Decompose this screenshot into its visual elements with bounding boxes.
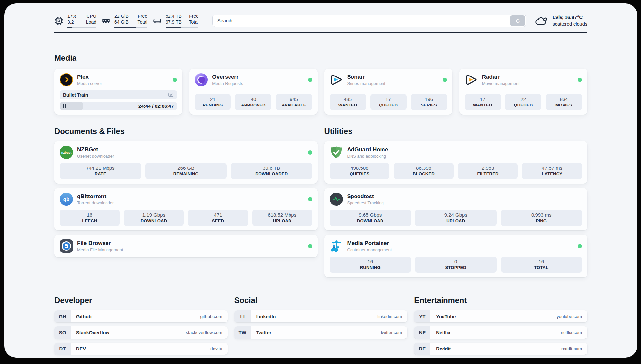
stat-tile: 16TOTAL [501,257,582,273]
header-divider [54,32,587,33]
radarr-icon [465,73,478,86]
app-card-plex[interactable]: Plex Media server Bullet Train [54,69,182,115]
stat-tile: 945AVAILABLE [276,94,312,110]
search-bar: G [212,15,526,27]
qbittorrent-icon: qb [60,193,73,206]
link-stackoverflow[interactable]: SO StackOverflow stackoverflow.com [54,326,228,339]
app-subtitle: Media Requests [212,81,243,86]
stat-tile: 39.6 TBDOWNLOADED [231,163,312,179]
section-title-entertainment: Entertainment [414,296,587,305]
filebrowser-icon [60,239,73,253]
stat-tile: 17QUEUED [370,94,407,110]
stat-tile: 0STOPPED [415,257,497,273]
link-github[interactable]: GH Github github.com [54,310,228,322]
section-title-media: Media [54,53,587,63]
link-abbr-badge: LI [234,310,251,322]
app-title: Overseerr [212,74,243,80]
link-dev[interactable]: DT DEV dev.to [54,343,228,355]
speedtest-icon [330,193,343,206]
overseerr-icon [195,73,208,86]
nzbget-icon: nzbget [60,146,73,159]
online-status-dot [443,78,447,82]
plex-icon [60,73,73,86]
disk-widget: 52.4 TBFree 97.9 TBTotal [153,13,198,28]
memory-progressbar [114,27,147,28]
disk-free-label: Free [189,13,198,19]
weather-widget: Lviv, 16.87°C scattered clouds [535,14,587,27]
link-linkedin[interactable]: LI LinkedIn linkedin.com [234,310,408,322]
link-twitter[interactable]: TW Twitter twitter.com [234,326,408,339]
link-abbr-badge: GH [54,310,71,322]
link-reddit[interactable]: RE Reddit reddit.com [414,343,587,355]
section-title-developer: Developer [54,296,228,305]
app-subtitle: Speedtest Tracking [347,200,384,206]
search-engine-button[interactable]: G [510,15,525,26]
app-card-portainer[interactable]: Media Portainer Container management 16R… [324,235,588,277]
disk-icon [153,16,162,25]
app-subtitle: Usenet downloader [77,154,114,159]
app-title: Sonarr [347,74,385,80]
disk-total-value: 97.9 TB [166,19,182,25]
memory-free-label: Free [138,13,147,19]
app-card-radarr[interactable]: Radarr Movie management 17WANTED 22QUEUE… [459,69,587,115]
online-status-dot [308,78,312,82]
search-input[interactable] [212,15,526,27]
link-abbr-badge: YT [414,310,430,322]
cpu-progress-fill [67,27,72,28]
app-subtitle: Media server [77,81,102,86]
disk-free-value: 52.4 TB [166,13,182,19]
disk-progressbar [166,27,198,28]
now-playing-title: Bullet Train [63,92,88,98]
stat-tile: 618.52 MbpsUPLOAD [252,210,312,226]
cpu-load-label: Load [86,19,96,25]
portainer-icon [330,239,343,253]
online-status-dot [578,78,582,82]
stat-tile: 266 GBREMAINING [145,163,227,179]
memory-widget: 22 GiBFree 64 GiBTotal [102,13,147,28]
section-title-social: Social [234,296,408,305]
stat-tile: 21PENDING [195,94,231,110]
playback-time: 24:44 / 02:06:47 [138,104,177,109]
app-card-nzbget[interactable]: nzbget NZBGet Usenet downloader 744.21 M… [54,141,318,184]
app-card-sonarr[interactable]: Sonarr Series management 485WANTED 17QUE… [324,69,452,115]
cpu-usage-value: 17% [67,13,76,19]
cpu-label: CPU [86,13,96,19]
online-status-dot [308,150,312,155]
app-title: Radarr [482,74,520,80]
app-subtitle: Torrent downloader [77,200,114,206]
app-title: Media Portainer [347,240,392,247]
cast-icon[interactable] [168,92,174,98]
disk-total-label: Total [189,19,198,25]
app-title: qBittorrent [77,193,114,200]
stat-tile: 744.21 MbpsRATE [60,163,141,179]
link-abbr-badge: DT [54,343,71,355]
app-card-overseerr[interactable]: Overseerr Media Requests 21PENDING 40APP… [189,69,317,115]
memory-total-label: Total [137,19,147,25]
app-card-adguard[interactable]: AdGuard Home DNS and adblocking 498,508Q… [324,141,588,184]
section-title-utilities: Utilities [324,127,588,136]
app-subtitle: DNS and adblocking [347,154,388,159]
link-abbr-badge: RE [414,343,430,355]
app-subtitle: Media File Management [77,247,123,253]
online-status-dot [173,78,177,82]
link-youtube[interactable]: YT YouTube youtube.com [414,310,587,322]
stat-tile: 0.993 msPING [501,210,582,226]
cpu-icon [54,16,63,25]
app-subtitle: Movie management [482,81,520,86]
pause-icon [63,104,66,108]
app-title: NZBGet [77,146,114,153]
stat-tile: 22QUEUED [505,94,541,110]
app-title: AdGuard Home [347,146,388,153]
stat-tile: 47.57 msLATENCY [522,163,582,179]
stat-tile: 196SERIES [411,94,447,110]
link-netflix[interactable]: NF Netflix netflix.com [414,326,587,339]
section-title-documents: Documents & Files [54,127,318,136]
app-card-filebrowser[interactable]: File Browser Media File Management [54,235,318,257]
memory-free-value: 22 GiB [114,13,129,19]
sonarr-icon [330,73,343,86]
adguard-icon [330,146,343,159]
cpu-widget: 17%CPU 3.2Load [54,13,96,28]
app-card-speedtest[interactable]: Speedtest Speedtest Tracking 9.65 GbpsDO… [324,188,588,230]
memory-progress-fill [114,27,136,28]
app-card-qbittorrent[interactable]: qb qBittorrent Torrent downloader 16LEEC… [54,188,318,230]
